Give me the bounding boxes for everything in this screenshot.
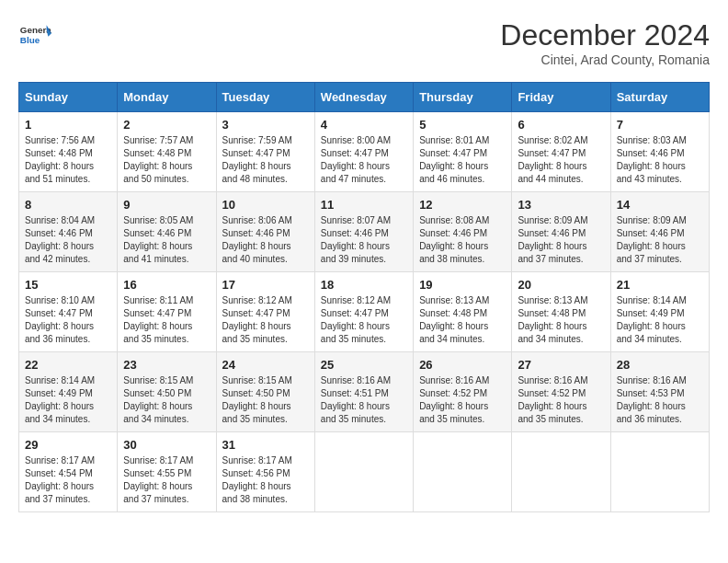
day-info: Sunrise: 8:11 AMSunset: 4:47 PMDaylight:…: [123, 294, 210, 346]
calendar-cell: 12Sunrise: 8:08 AMSunset: 4:46 PMDayligh…: [414, 192, 512, 272]
day-number: 29: [25, 438, 111, 452]
day-number: 15: [25, 278, 111, 292]
day-number: 4: [321, 118, 407, 132]
day-header-monday: Monday: [118, 83, 216, 112]
day-number: 25: [321, 358, 407, 372]
day-number: 10: [222, 198, 309, 212]
calendar-cell: 5Sunrise: 8:01 AMSunset: 4:47 PMDaylight…: [414, 112, 512, 192]
calendar-cell: 6Sunrise: 8:02 AMSunset: 4:47 PMDaylight…: [512, 112, 610, 192]
calendar-cell: 16Sunrise: 8:11 AMSunset: 4:47 PMDayligh…: [118, 272, 216, 352]
day-info: Sunrise: 7:59 AMSunset: 4:47 PMDaylight:…: [222, 134, 309, 186]
calendar-header-row: SundayMondayTuesdayWednesdayThursdayFrid…: [19, 83, 710, 112]
day-number: 24: [222, 358, 309, 372]
calendar-cell: 3Sunrise: 7:59 AMSunset: 4:47 PMDaylight…: [216, 112, 314, 192]
day-number: 1: [25, 118, 111, 132]
calendar-cell: 21Sunrise: 8:14 AMSunset: 4:49 PMDayligh…: [610, 272, 709, 352]
day-header-sunday: Sunday: [19, 83, 118, 112]
title-area: December 2024 Cintei, Arad County, Roman…: [500, 18, 710, 67]
day-number: 2: [123, 118, 210, 132]
day-number: 30: [123, 438, 210, 452]
day-info: Sunrise: 8:16 AMSunset: 4:52 PMDaylight:…: [518, 374, 604, 426]
day-info: Sunrise: 8:12 AMSunset: 4:47 PMDaylight:…: [222, 294, 309, 346]
day-info: Sunrise: 8:09 AMSunset: 4:46 PMDaylight:…: [617, 214, 703, 266]
day-info: Sunrise: 8:08 AMSunset: 4:46 PMDaylight:…: [419, 214, 506, 266]
day-info: Sunrise: 8:13 AMSunset: 4:48 PMDaylight:…: [518, 294, 604, 346]
calendar-cell: [610, 432, 709, 512]
day-number: 6: [518, 118, 604, 132]
day-info: Sunrise: 8:02 AMSunset: 4:47 PMDaylight:…: [518, 134, 604, 186]
day-info: Sunrise: 8:17 AMSunset: 4:55 PMDaylight:…: [123, 454, 210, 506]
day-info: Sunrise: 7:57 AMSunset: 4:48 PMDaylight:…: [123, 134, 210, 186]
day-info: Sunrise: 8:10 AMSunset: 4:47 PMDaylight:…: [25, 294, 111, 346]
day-number: 7: [617, 118, 703, 132]
day-number: 28: [617, 358, 703, 372]
day-number: 21: [617, 278, 703, 292]
day-header-saturday: Saturday: [610, 83, 709, 112]
day-number: 26: [419, 358, 506, 372]
header: General Blue December 2024 Cintei, Arad …: [18, 18, 710, 67]
day-info: Sunrise: 8:07 AMSunset: 4:46 PMDaylight:…: [321, 214, 407, 266]
calendar-cell: 30Sunrise: 8:17 AMSunset: 4:55 PMDayligh…: [118, 432, 216, 512]
day-number: 5: [419, 118, 506, 132]
calendar-week-row: 15Sunrise: 8:10 AMSunset: 4:47 PMDayligh…: [19, 272, 710, 352]
day-number: 13: [518, 198, 604, 212]
calendar-cell: 19Sunrise: 8:13 AMSunset: 4:48 PMDayligh…: [414, 272, 512, 352]
day-number: 20: [518, 278, 604, 292]
day-info: Sunrise: 8:16 AMSunset: 4:52 PMDaylight:…: [419, 374, 506, 426]
calendar-cell: 18Sunrise: 8:12 AMSunset: 4:47 PMDayligh…: [314, 272, 413, 352]
calendar-cell: [414, 432, 512, 512]
calendar-cell: 22Sunrise: 8:14 AMSunset: 4:49 PMDayligh…: [19, 352, 118, 432]
day-number: 16: [123, 278, 210, 292]
day-info: Sunrise: 8:15 AMSunset: 4:50 PMDaylight:…: [222, 374, 309, 426]
day-info: Sunrise: 8:05 AMSunset: 4:46 PMDaylight:…: [123, 214, 210, 266]
calendar-cell: 27Sunrise: 8:16 AMSunset: 4:52 PMDayligh…: [512, 352, 610, 432]
calendar-cell: 29Sunrise: 8:17 AMSunset: 4:54 PMDayligh…: [19, 432, 118, 512]
day-number: 22: [25, 358, 111, 372]
day-info: Sunrise: 8:16 AMSunset: 4:51 PMDaylight:…: [321, 374, 407, 426]
calendar-cell: 31Sunrise: 8:17 AMSunset: 4:56 PMDayligh…: [216, 432, 314, 512]
day-header-friday: Friday: [512, 83, 610, 112]
day-info: Sunrise: 8:14 AMSunset: 4:49 PMDaylight:…: [25, 374, 111, 426]
calendar-cell: [314, 432, 413, 512]
calendar-cell: 9Sunrise: 8:05 AMSunset: 4:46 PMDaylight…: [118, 192, 216, 272]
calendar-cell: 14Sunrise: 8:09 AMSunset: 4:46 PMDayligh…: [610, 192, 709, 272]
day-info: Sunrise: 8:14 AMSunset: 4:49 PMDaylight:…: [617, 294, 703, 346]
day-info: Sunrise: 8:13 AMSunset: 4:48 PMDaylight:…: [419, 294, 506, 346]
logo: General Blue: [18, 18, 51, 52]
calendar-cell: 11Sunrise: 8:07 AMSunset: 4:46 PMDayligh…: [314, 192, 413, 272]
day-header-thursday: Thursday: [414, 83, 512, 112]
calendar-week-row: 29Sunrise: 8:17 AMSunset: 4:54 PMDayligh…: [19, 432, 710, 512]
location-subtitle: Cintei, Arad County, Romania: [500, 52, 710, 67]
day-info: Sunrise: 7:56 AMSunset: 4:48 PMDaylight:…: [25, 134, 111, 186]
day-info: Sunrise: 8:09 AMSunset: 4:46 PMDaylight:…: [518, 214, 604, 266]
day-number: 8: [25, 198, 111, 212]
day-number: 3: [222, 118, 309, 132]
day-number: 23: [123, 358, 210, 372]
calendar-cell: 8Sunrise: 8:04 AMSunset: 4:46 PMDaylight…: [19, 192, 118, 272]
day-number: 31: [222, 438, 309, 452]
day-info: Sunrise: 8:12 AMSunset: 4:47 PMDaylight:…: [321, 294, 407, 346]
day-number: 19: [419, 278, 506, 292]
day-info: Sunrise: 8:17 AMSunset: 4:56 PMDaylight:…: [222, 454, 309, 506]
day-info: Sunrise: 8:06 AMSunset: 4:46 PMDaylight:…: [222, 214, 309, 266]
day-info: Sunrise: 8:00 AMSunset: 4:47 PMDaylight:…: [321, 134, 407, 186]
day-info: Sunrise: 8:15 AMSunset: 4:50 PMDaylight:…: [123, 374, 210, 426]
calendar-cell: 2Sunrise: 7:57 AMSunset: 4:48 PMDaylight…: [118, 112, 216, 192]
calendar-cell: [512, 432, 610, 512]
calendar-cell: 20Sunrise: 8:13 AMSunset: 4:48 PMDayligh…: [512, 272, 610, 352]
day-info: Sunrise: 8:03 AMSunset: 4:46 PMDaylight:…: [617, 134, 703, 186]
calendar-cell: 25Sunrise: 8:16 AMSunset: 4:51 PMDayligh…: [314, 352, 413, 432]
logo-icon: General Blue: [18, 18, 51, 52]
calendar-cell: 4Sunrise: 8:00 AMSunset: 4:47 PMDaylight…: [314, 112, 413, 192]
calendar-cell: 26Sunrise: 8:16 AMSunset: 4:52 PMDayligh…: [414, 352, 512, 432]
calendar-cell: 17Sunrise: 8:12 AMSunset: 4:47 PMDayligh…: [216, 272, 314, 352]
day-info: Sunrise: 8:16 AMSunset: 4:53 PMDaylight:…: [617, 374, 703, 426]
day-info: Sunrise: 8:01 AMSunset: 4:47 PMDaylight:…: [419, 134, 506, 186]
calendar-cell: 24Sunrise: 8:15 AMSunset: 4:50 PMDayligh…: [216, 352, 314, 432]
calendar-cell: 28Sunrise: 8:16 AMSunset: 4:53 PMDayligh…: [610, 352, 709, 432]
calendar-table: SundayMondayTuesdayWednesdayThursdayFrid…: [18, 82, 710, 512]
month-title: December 2024: [500, 18, 710, 52]
day-header-tuesday: Tuesday: [216, 83, 314, 112]
svg-text:Blue: Blue: [20, 35, 40, 45]
calendar-cell: 7Sunrise: 8:03 AMSunset: 4:46 PMDaylight…: [610, 112, 709, 192]
